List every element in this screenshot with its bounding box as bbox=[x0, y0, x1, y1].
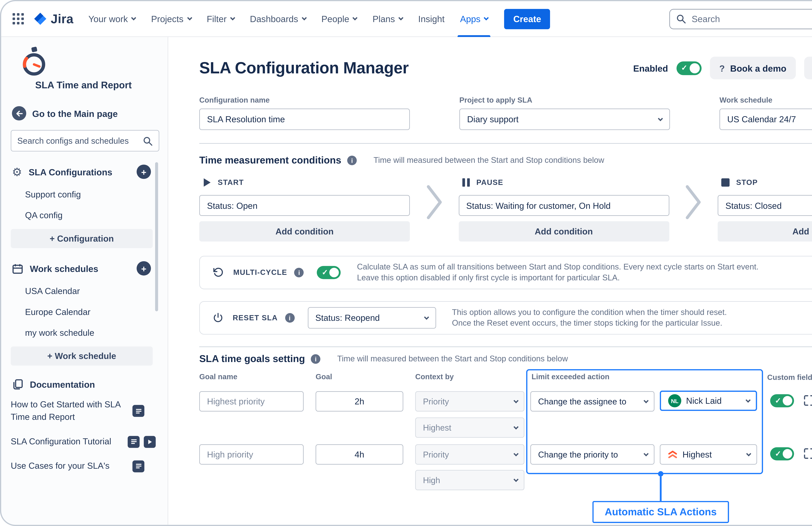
nav-item-insight[interactable]: Insight bbox=[410, 1, 452, 37]
back-arrow-icon bbox=[12, 106, 26, 120]
expand-button[interactable] bbox=[803, 394, 812, 407]
app-title: SLA Time and Report bbox=[35, 80, 132, 91]
limit-action-select[interactable]: Change the assignee to bbox=[531, 391, 654, 411]
goal-input[interactable] bbox=[316, 444, 403, 465]
schedule-item-my[interactable]: my work schedule bbox=[11, 322, 159, 343]
chevron-down-icon bbox=[424, 315, 429, 320]
create-button[interactable]: Create bbox=[504, 9, 550, 29]
expand-button[interactable] bbox=[803, 447, 812, 460]
start-add-condition-button[interactable]: Add condition bbox=[199, 221, 410, 242]
project-select[interactable]: Diary support bbox=[460, 108, 670, 130]
doc-item-get-started[interactable]: How to Get Started with SLA Time and Rep… bbox=[11, 392, 159, 429]
fullscreen-icon bbox=[803, 394, 812, 407]
schedules-list: USA Calendar Europe Calendar my work sch… bbox=[11, 280, 159, 343]
pause-condition-value[interactable]: Status: Waiting for customer, On Hold bbox=[459, 195, 669, 216]
chevron-down-icon bbox=[513, 477, 519, 482]
goal-name-input[interactable] bbox=[199, 444, 304, 465]
sidebar-search-input[interactable] bbox=[17, 136, 138, 146]
sidebar-scrollbar[interactable] bbox=[155, 162, 158, 311]
page-header: SLA Configuration Manager Enabled ✓ ? Bo… bbox=[199, 57, 812, 79]
nav-item-people[interactable]: People bbox=[314, 1, 365, 37]
schedule-item-usa[interactable]: USA Calendar bbox=[11, 280, 159, 301]
setup-wizard-button[interactable]: Setup Wizard bbox=[804, 57, 812, 79]
goal-input[interactable] bbox=[316, 391, 403, 411]
schedule-item-europe[interactable]: Europe Calendar bbox=[11, 301, 159, 322]
question-icon: ? bbox=[719, 63, 725, 73]
stop-add-condition-button[interactable]: Add condition bbox=[717, 221, 812, 242]
enabled-toggle[interactable]: ✓ bbox=[677, 61, 701, 75]
add-configuration-button[interactable]: + bbox=[136, 165, 151, 179]
add-schedule-button[interactable]: + bbox=[136, 261, 151, 276]
pause-add-condition-button[interactable]: Add condition bbox=[459, 221, 669, 242]
app-logo: SLA Time and Report bbox=[11, 47, 159, 97]
check-icon: ✓ bbox=[322, 268, 328, 277]
custom-field-toggle[interactable]: ✓ bbox=[770, 394, 794, 407]
multi-cycle-toggle[interactable]: ✓ bbox=[317, 266, 341, 279]
info-icon[interactable]: i bbox=[285, 313, 294, 323]
config-item-qa[interactable]: QA config bbox=[11, 205, 159, 225]
nav-item-plans[interactable]: Plans bbox=[365, 1, 410, 37]
book-demo-button[interactable]: ? Book a demo bbox=[710, 57, 796, 79]
sidebar-search bbox=[11, 130, 159, 151]
jira-topbar: Jira Your work Projects Filter Dashboard… bbox=[1, 1, 812, 37]
nav-item-apps[interactable]: Apps bbox=[452, 1, 496, 37]
stop-condition-value[interactable]: Status: Closed bbox=[717, 195, 812, 216]
info-icon[interactable]: i bbox=[347, 155, 357, 165]
documentation-list: How to Get Started with SLA Time and Rep… bbox=[11, 392, 159, 478]
info-icon[interactable]: i bbox=[311, 354, 321, 364]
config-item-support[interactable]: Support config bbox=[11, 184, 159, 205]
pause-icon bbox=[462, 178, 470, 187]
enabled-label: Enabled bbox=[633, 63, 668, 73]
time-conditions-helper: Time will measured between the Start and… bbox=[374, 156, 604, 165]
app-switcher-icon[interactable] bbox=[12, 13, 24, 25]
chevron-down-icon bbox=[643, 398, 649, 403]
config-form: Configuration name Project to apply SLA … bbox=[199, 96, 812, 130]
nav-item-dashboards[interactable]: Dashboards bbox=[242, 1, 314, 37]
chevron-down-icon bbox=[643, 451, 649, 456]
divider bbox=[199, 143, 812, 144]
cycle-arrow-icon bbox=[213, 266, 224, 278]
priority-value-select[interactable]: Highest bbox=[660, 444, 757, 465]
nav-item-filter[interactable]: Filter bbox=[199, 1, 242, 37]
doc-item-tutorial[interactable]: SLA Configuration Tutorial bbox=[11, 429, 159, 454]
limit-action-select[interactable]: Change the priority to bbox=[531, 444, 654, 465]
jira-logo[interactable]: Jira bbox=[33, 11, 73, 26]
context-value-select[interactable]: Highest bbox=[415, 418, 524, 438]
project-label: Project to apply SLA bbox=[460, 96, 670, 104]
context-by-select[interactable]: Priority bbox=[415, 444, 524, 465]
goals-helper: Time will measured between the Start and… bbox=[337, 354, 568, 363]
work-schedules-header: Work schedules + bbox=[11, 261, 159, 276]
info-icon[interactable]: i bbox=[294, 268, 304, 277]
custom-field-toggle[interactable]: ✓ bbox=[770, 447, 794, 461]
priority-highest-icon bbox=[668, 450, 678, 458]
play-icon bbox=[203, 178, 211, 187]
nav-item-projects[interactable]: Projects bbox=[143, 1, 199, 37]
stop-column: STOP Status: Closed Add condition bbox=[717, 176, 812, 242]
automatic-sla-actions-callout: Automatic SLA Actions bbox=[592, 501, 729, 523]
goal-name-input[interactable] bbox=[199, 391, 304, 411]
assignee-value-select[interactable]: NL Nick Laid bbox=[660, 391, 757, 411]
video-badge-icon bbox=[144, 436, 156, 448]
context-value-select[interactable]: High bbox=[415, 470, 524, 490]
start-condition-value[interactable]: Status: Open bbox=[199, 195, 410, 216]
nav-item-your-work[interactable]: Your work bbox=[81, 1, 143, 37]
configuration-name-input[interactable] bbox=[199, 108, 410, 130]
back-to-main-link[interactable]: Go to the Main page bbox=[12, 106, 159, 120]
doc-item-use-cases[interactable]: Use Cases for your SLA's bbox=[11, 454, 159, 479]
chevron-down-icon bbox=[746, 451, 751, 456]
fullscreen-icon bbox=[803, 447, 812, 460]
chevron-down-icon bbox=[187, 15, 192, 20]
chevron-down-icon bbox=[398, 15, 403, 20]
start-column: START Status: Open Add condition bbox=[199, 176, 410, 242]
reset-condition-select[interactable]: Status: Reopend bbox=[308, 307, 436, 328]
goals-table: Automatic SLA Actions Goal name Goal Con… bbox=[199, 373, 812, 525]
time-conditions-title-row: Time measurement conditions i Time will … bbox=[199, 155, 812, 166]
calendar-icon bbox=[12, 263, 23, 274]
work-schedule-select[interactable]: US Calendar 24/7 bbox=[720, 108, 812, 130]
chevron-down-icon bbox=[131, 15, 136, 20]
search-input[interactable] bbox=[692, 14, 812, 24]
configuration-add-pill-button[interactable]: + Configuration bbox=[11, 229, 153, 248]
documentation-icon bbox=[12, 379, 23, 390]
schedule-add-pill-button[interactable]: + Work schedule bbox=[11, 347, 153, 366]
context-by-select[interactable]: Priority bbox=[415, 391, 524, 411]
